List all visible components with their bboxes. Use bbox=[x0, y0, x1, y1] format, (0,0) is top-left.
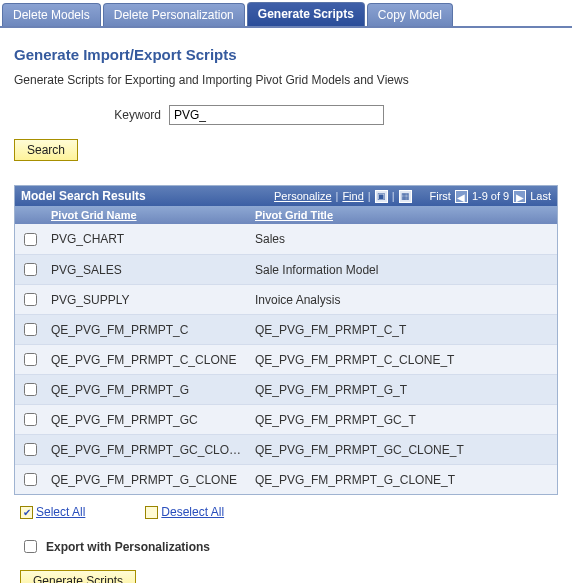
deselect-all-link[interactable]: Deselect All bbox=[161, 505, 224, 519]
grid-prev-icon[interactable]: ◀ bbox=[455, 190, 468, 203]
table-row: QE_PVG_FM_PRMPT_GCQE_PVG_FM_PRMPT_GC_T bbox=[15, 404, 557, 434]
row-pivot-grid-name: PVG_SALES bbox=[45, 258, 249, 282]
row-checkbox[interactable] bbox=[24, 473, 37, 486]
table-row: PVG_SUPPLYInvoice Analysis bbox=[15, 284, 557, 314]
row-pivot-grid-title: QE_PVG_FM_PRMPT_C_T bbox=[249, 318, 557, 342]
row-pivot-grid-name: PVG_CHART bbox=[45, 227, 249, 251]
row-checkbox[interactable] bbox=[24, 263, 37, 276]
tab-copy-model[interactable]: Copy Model bbox=[367, 3, 453, 26]
grid-last-label: Last bbox=[530, 190, 551, 202]
row-pivot-grid-title: QE_PVG_FM_PRMPT_G_CLONE_T bbox=[249, 468, 557, 492]
row-pivot-grid-title: Sales bbox=[249, 227, 557, 251]
row-pivot-grid-name: QE_PVG_FM_PRMPT_G_CLONE bbox=[45, 468, 249, 492]
row-checkbox[interactable] bbox=[24, 353, 37, 366]
table-row: QE_PVG_FM_PRMPT_C_CLONEQE_PVG_FM_PRMPT_C… bbox=[15, 344, 557, 374]
row-pivot-grid-title: QE_PVG_FM_PRMPT_GC_T bbox=[249, 408, 557, 432]
row-checkbox[interactable] bbox=[24, 293, 37, 306]
select-all-icon: ✔ bbox=[20, 506, 33, 519]
keyword-input[interactable] bbox=[169, 105, 384, 125]
table-row: QE_PVG_FM_PRMPT_CQE_PVG_FM_PRMPT_C_T bbox=[15, 314, 557, 344]
zoom-icon[interactable]: ▣ bbox=[375, 190, 388, 203]
grid-col-select bbox=[15, 206, 45, 224]
tab-bar: Delete Models Delete Personalization Gen… bbox=[0, 0, 572, 28]
table-row: QE_PVG_FM_PRMPT_GQE_PVG_FM_PRMPT_G_T bbox=[15, 374, 557, 404]
row-pivot-grid-name: PVG_SUPPLY bbox=[45, 288, 249, 312]
tab-delete-personalization[interactable]: Delete Personalization bbox=[103, 3, 245, 26]
row-pivot-grid-title: QE_PVG_FM_PRMPT_GC_CLONE_T bbox=[249, 438, 557, 462]
table-row: PVG_CHARTSales bbox=[15, 224, 557, 254]
row-checkbox[interactable] bbox=[24, 413, 37, 426]
page-description: Generate Scripts for Exporting and Impor… bbox=[14, 73, 558, 87]
grid-first-label: First bbox=[430, 190, 451, 202]
search-button[interactable]: Search bbox=[14, 139, 78, 161]
row-checkbox[interactable] bbox=[24, 233, 37, 246]
export-personalizations-label: Export with Personalizations bbox=[46, 540, 210, 554]
row-checkbox[interactable] bbox=[24, 383, 37, 396]
export-personalizations-checkbox[interactable] bbox=[24, 540, 37, 553]
row-checkbox[interactable] bbox=[24, 443, 37, 456]
row-pivot-grid-name: QE_PVG_FM_PRMPT_C_CLONE bbox=[45, 348, 249, 372]
grid-personalize-link[interactable]: Personalize bbox=[274, 190, 331, 202]
row-pivot-grid-title: QE_PVG_FM_PRMPT_C_CLONE_T bbox=[249, 348, 557, 372]
row-pivot-grid-name: QE_PVG_FM_PRMPT_G bbox=[45, 378, 249, 402]
grid-col-name[interactable]: Pivot Grid Name bbox=[45, 206, 249, 224]
page-title: Generate Import/Export Scripts bbox=[14, 46, 558, 63]
row-pivot-grid-name: QE_PVG_FM_PRMPT_GC bbox=[45, 408, 249, 432]
model-search-results-grid: Model Search Results Personalize | Find … bbox=[14, 185, 558, 495]
keyword-label: Keyword bbox=[14, 108, 169, 122]
row-pivot-grid-title: QE_PVG_FM_PRMPT_G_T bbox=[249, 378, 557, 402]
table-row: PVG_SALESSale Information Model bbox=[15, 254, 557, 284]
grid-title: Model Search Results bbox=[21, 189, 146, 203]
grid-col-title[interactable]: Pivot Grid Title bbox=[249, 206, 557, 224]
tab-delete-models[interactable]: Delete Models bbox=[2, 3, 101, 26]
grid-next-icon[interactable]: ▶ bbox=[513, 190, 526, 203]
download-icon[interactable]: ▦ bbox=[399, 190, 412, 203]
deselect-all-icon bbox=[145, 506, 158, 519]
tab-generate-scripts[interactable]: Generate Scripts bbox=[247, 2, 365, 26]
grid-find-link[interactable]: Find bbox=[342, 190, 363, 202]
row-pivot-grid-name: QE_PVG_FM_PRMPT_GC_CLONE bbox=[45, 438, 249, 462]
row-pivot-grid-title: Invoice Analysis bbox=[249, 288, 557, 312]
row-checkbox[interactable] bbox=[24, 323, 37, 336]
table-row: QE_PVG_FM_PRMPT_GC_CLONEQE_PVG_FM_PRMPT_… bbox=[15, 434, 557, 464]
row-pivot-grid-name: QE_PVG_FM_PRMPT_C bbox=[45, 318, 249, 342]
row-pivot-grid-title: Sale Information Model bbox=[249, 258, 557, 282]
generate-scripts-button[interactable]: Generate Scripts bbox=[20, 570, 136, 583]
select-all-link[interactable]: Select All bbox=[36, 505, 85, 519]
table-row: QE_PVG_FM_PRMPT_G_CLONEQE_PVG_FM_PRMPT_G… bbox=[15, 464, 557, 494]
grid-range-label: 1-9 of 9 bbox=[472, 190, 509, 202]
